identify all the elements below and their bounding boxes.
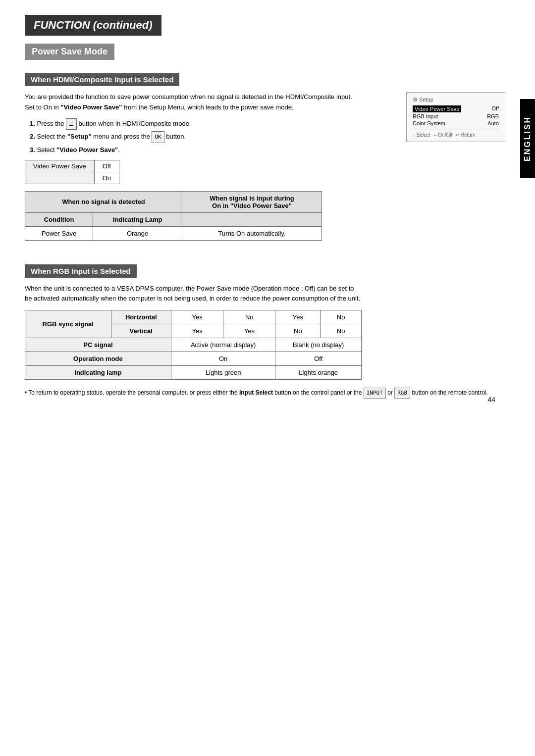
operation-mode-on: On <box>171 352 275 366</box>
subtitle-rgb: When RGB Input is Selected <box>25 264 137 278</box>
rgb-body-text: When the unit is connected to a VESA DPM… <box>25 284 362 304</box>
vps-option-on: On <box>94 172 119 184</box>
signal-condition-header: Condition <box>25 212 93 226</box>
vps-label: Video Power Save <box>25 160 95 172</box>
h-yes2: Yes <box>275 310 321 324</box>
pc-signal-header: PC signal <box>25 338 171 352</box>
page-number: 44 <box>487 396 495 403</box>
lamp-green: Lights green <box>171 366 275 380</box>
pc-signal-active: Active (normal display) <box>171 338 275 352</box>
operation-mode-off: Off <box>275 352 362 366</box>
vps-table: Video Power Save Off On <box>25 160 119 184</box>
menu-row-color: Color System Auto <box>413 120 499 127</box>
step-2: 2. Select the "Setup" menu and press the… <box>30 131 396 143</box>
indicating-lamp-header: Indicating lamp <box>25 366 171 380</box>
signal-row-action: Turns On automatically. <box>182 226 322 240</box>
v-yes1: Yes <box>171 324 223 338</box>
side-language-label: ENGLISH <box>520 99 535 178</box>
vps-label-empty <box>25 172 95 184</box>
signal-lamp-header: Indicating Lamp <box>93 212 182 226</box>
signal-action-header <box>182 212 322 226</box>
pc-signal-blank: Blank (no display) <box>275 338 362 352</box>
rgb-sync-table: RGB sync signal Horizontal Yes No Yes No… <box>25 310 362 380</box>
vertical-header: Vertical <box>111 324 171 338</box>
steps-list: 1. Press the ☰ button when in HDMI/Compo… <box>30 118 396 156</box>
signal-col1-header: When no signal is detected <box>25 191 182 212</box>
main-title: FUNCTION (continued) <box>25 15 161 36</box>
menu-highlighted-vps: Video Power Save <box>413 105 461 112</box>
h-no2: No <box>321 310 362 324</box>
operation-mode-header: Operation mode <box>25 352 171 366</box>
menu-setup-title: ⚙ Setup <box>413 97 499 103</box>
section-title-power-save: Power Save Mode <box>25 44 114 60</box>
rgb-sync-header: RGB sync signal <box>25 310 111 338</box>
ok-button-icon: OK <box>152 131 164 143</box>
signal-row-lamp: Orange <box>93 226 182 240</box>
note-text: • To return to operating status, operate… <box>25 388 505 399</box>
step-1: 1. Press the ☰ button when in HDMI/Compo… <box>30 118 396 130</box>
menu-row-vps: Video Power Save Off <box>413 105 499 113</box>
v-yes2: Yes <box>223 324 275 338</box>
v-no2: No <box>321 324 362 338</box>
rgb-button: RGB <box>394 388 410 399</box>
signal-row-condition: Power Save <box>25 226 93 240</box>
h-no1: No <box>223 310 275 324</box>
menu-hint: ↓ Select ←On/Off ↩ Return <box>413 130 499 138</box>
input-button: INPUT <box>364 388 386 399</box>
h-yes1: Yes <box>171 310 223 324</box>
subtitle-hdmi: When HDMI/Composite Input is Selected <box>25 73 179 86</box>
signal-detection-table: When no signal is detected When signal i… <box>25 191 322 241</box>
v-no1: No <box>275 324 321 338</box>
lamp-orange: Lights orange <box>275 366 362 380</box>
menu-row-rgb: RGB Input RGB <box>413 113 499 120</box>
menu-screenshot: ⚙ Setup Video Power Save Off RGB Input R… <box>406 92 505 142</box>
vps-option-off: Off <box>94 160 119 172</box>
hdmi-body-text: You are provided the function to save po… <box>25 92 362 113</box>
step-3: 3. Select "Video Power Save". <box>30 144 396 155</box>
horizontal-header: Horizontal <box>111 310 171 324</box>
menu-button-icon: ☰ <box>66 118 77 130</box>
signal-col2-header: When signal is input duringOn in "Video … <box>182 191 322 212</box>
